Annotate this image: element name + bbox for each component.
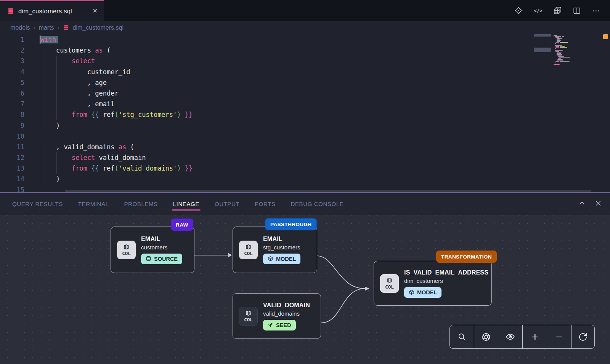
eye-icon[interactable] bbox=[503, 329, 518, 345]
line-number: 2 bbox=[0, 45, 24, 56]
overview-ruler-marker bbox=[603, 34, 608, 39]
minimap[interactable] bbox=[554, 35, 587, 65]
code-area[interactable]: with customers as ( select customer_id ,… bbox=[40, 34, 610, 192]
code-line[interactable]: select bbox=[40, 56, 610, 66]
database-icon bbox=[7, 7, 14, 15]
toolbar-group-zoom: + − bbox=[523, 325, 571, 348]
breadcrumb-item-models[interactable]: models bbox=[10, 24, 30, 31]
breadcrumb: models › marts › dim_customers.sql bbox=[0, 21, 610, 34]
node-column-name: VALID_DOMAIN bbox=[263, 302, 310, 309]
split-editor-icon[interactable] bbox=[572, 6, 581, 15]
node-kind-badge: SEED bbox=[263, 320, 296, 330]
window-actions: </> ⋯ bbox=[514, 0, 610, 21]
aperture-icon[interactable] bbox=[478, 329, 494, 345]
lineage-toolbar: + − bbox=[449, 325, 595, 349]
code-line[interactable]: from {{ ref('valid_domains') }} bbox=[40, 163, 610, 174]
editor-tab-bar: dim_customers.sql ✕ </> bbox=[0, 0, 610, 21]
col-label: COL bbox=[244, 251, 253, 256]
node-body: EMAIL stg_customers MODEL bbox=[263, 236, 300, 264]
column-icon bbox=[245, 244, 252, 250]
column-chip[interactable]: COL bbox=[380, 274, 399, 293]
code-line[interactable]: , age bbox=[40, 77, 610, 88]
code-line[interactable]: , valid_domains as ( bbox=[40, 142, 610, 152]
node-kind-badge: SOURCE bbox=[141, 254, 182, 264]
close-tab-icon[interactable]: ✕ bbox=[93, 8, 98, 14]
collapse-panel-icon[interactable] bbox=[578, 200, 586, 208]
code-line[interactable]: customers as ( bbox=[40, 45, 610, 56]
panel-tab-query-results[interactable]: QUERY RESULTS bbox=[12, 201, 63, 207]
panel-tab-ports[interactable]: PORTS bbox=[255, 201, 275, 207]
line-number: 9 bbox=[0, 120, 24, 131]
line-number: 6 bbox=[0, 88, 24, 99]
tag-badge-raw: RAW bbox=[171, 219, 193, 231]
lineage-node-valid-domains[interactable]: COL VALID_DOMAIN valid_domains SEED bbox=[233, 293, 321, 339]
code-line[interactable]: with bbox=[40, 34, 610, 45]
column-chip[interactable]: COL bbox=[239, 307, 258, 326]
query-results-panel-icon[interactable] bbox=[553, 6, 562, 15]
line-number-gutter: 123456789101112131415 bbox=[0, 34, 24, 192]
search-icon[interactable] bbox=[454, 329, 469, 345]
breadcrumb-item-marts[interactable]: marts bbox=[39, 24, 54, 31]
node-table-name: valid_domains bbox=[263, 310, 310, 317]
line-number: 5 bbox=[0, 77, 24, 88]
panel-tab-debug-console[interactable]: DEBUG CONSOLE bbox=[291, 201, 344, 207]
open-code-icon[interactable]: </> bbox=[533, 6, 543, 15]
minimap-selection-mark bbox=[534, 48, 551, 52]
cube-icon bbox=[409, 289, 414, 295]
refresh-icon[interactable] bbox=[575, 329, 591, 345]
database-icon bbox=[146, 256, 151, 262]
node-column-name: IS_VALID_EMAIL_ADDRESS bbox=[404, 269, 488, 276]
node-body: VALID_DOMAIN valid_domains SEED bbox=[263, 302, 310, 330]
code-line[interactable]: ) bbox=[40, 120, 610, 131]
tag-badge-passthrough: PASSTHROUGH bbox=[265, 218, 317, 230]
node-table-name: stg_customers bbox=[263, 244, 300, 251]
lineage-node-dim-customers[interactable]: TRANSFORMATION COL IS_VALID_EMAIL_ADDRES… bbox=[374, 261, 492, 306]
line-number: 12 bbox=[0, 152, 24, 163]
more-actions-icon[interactable]: ⋯ bbox=[592, 6, 601, 15]
node-table-name: dim_customers bbox=[404, 278, 488, 284]
column-chip[interactable]: COL bbox=[239, 241, 258, 259]
code-line[interactable]: , gender bbox=[40, 88, 610, 99]
breadcrumb-item-file[interactable]: dim_customers.sql bbox=[73, 24, 124, 31]
zoom-in-icon[interactable]: + bbox=[527, 329, 543, 345]
database-icon bbox=[63, 24, 69, 31]
panel-tab-lineage[interactable]: LINEAGE bbox=[173, 201, 199, 207]
code-line[interactable]: , email bbox=[40, 99, 610, 109]
lineage-node-stg-customers[interactable]: PASSTHROUGH COL EMAIL stg_customers bbox=[233, 227, 317, 273]
node-body: EMAIL customers SOURCE bbox=[141, 236, 182, 264]
dbt-icon[interactable] bbox=[514, 6, 523, 15]
breadcrumb-separator: › bbox=[34, 24, 35, 31]
column-icon bbox=[245, 310, 252, 316]
cube-icon bbox=[268, 256, 273, 262]
ide-window: dim_customers.sql ✕ </> bbox=[0, 0, 610, 364]
horizontal-scrollbar[interactable] bbox=[65, 190, 591, 192]
code-line[interactable] bbox=[40, 131, 610, 142]
code-line[interactable]: ) bbox=[40, 174, 610, 184]
lineage-node-customers[interactable]: RAW COL EMAIL customers bbox=[111, 227, 194, 273]
column-icon bbox=[123, 244, 130, 250]
column-chip[interactable]: COL bbox=[117, 241, 136, 259]
tab-title: dim_customers.sql bbox=[18, 8, 72, 15]
panel-tab-terminal[interactable]: TERMINAL bbox=[78, 201, 109, 207]
editor-tab-dim-customers[interactable]: dim_customers.sql ✕ bbox=[0, 0, 104, 21]
toolbar-group-refresh bbox=[571, 325, 594, 348]
panel-tab-problems[interactable]: PROBLEMS bbox=[124, 201, 158, 207]
code-line[interactable]: customer_id bbox=[40, 67, 610, 77]
code-editor[interactable]: 123456789101112131415 with customers as … bbox=[0, 34, 610, 192]
close-panel-icon[interactable] bbox=[595, 200, 602, 208]
col-label: COL bbox=[244, 317, 253, 322]
line-number: 1 bbox=[0, 34, 24, 45]
zoom-out-icon[interactable]: − bbox=[551, 329, 567, 345]
toolbar-group-view bbox=[474, 325, 523, 348]
node-kind-badge: MODEL bbox=[404, 287, 441, 298]
line-number: 14 bbox=[0, 174, 24, 184]
panel-tab-output[interactable]: OUTPUT bbox=[215, 201, 239, 207]
text-cursor bbox=[40, 35, 40, 44]
code-line[interactable]: from {{ ref('stg_customers') }} bbox=[40, 109, 610, 120]
col-label: COL bbox=[385, 284, 394, 290]
node-kind-badge: MODEL bbox=[263, 254, 300, 264]
code-line[interactable]: select valid_domain bbox=[40, 152, 610, 163]
lineage-canvas[interactable]: RAW COL EMAIL customers bbox=[0, 215, 610, 364]
breadcrumb-separator: › bbox=[58, 24, 59, 31]
bottom-panel-tabbar: QUERY RESULTSTERMINALPROBLEMSLINEAGEOUTP… bbox=[0, 192, 610, 215]
